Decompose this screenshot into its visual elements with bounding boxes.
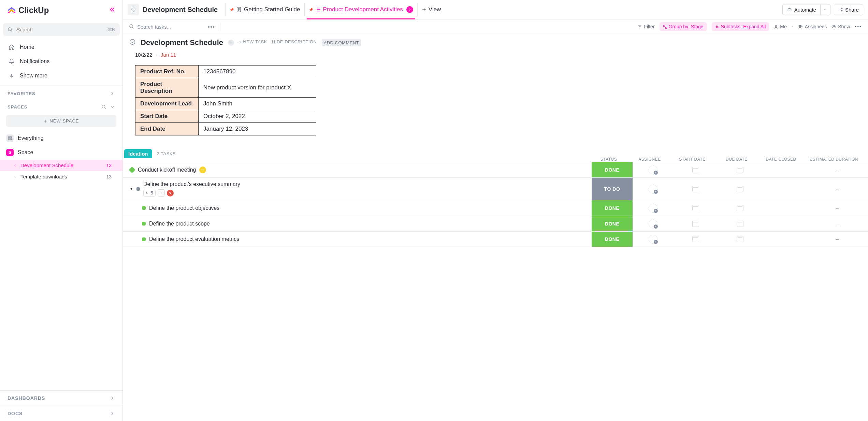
col-due-date[interactable]: DUE DATE bbox=[714, 157, 759, 162]
breadcrumb[interactable]: Development Schedule bbox=[128, 4, 218, 15]
dashboards-section[interactable]: DASHBOARDS bbox=[0, 390, 122, 406]
calendar-icon bbox=[692, 236, 699, 242]
tab-getting-started[interactable]: 📌 Getting Started Guide bbox=[225, 3, 304, 16]
hide-description-button[interactable]: HIDE DESCRIPTION bbox=[272, 39, 317, 46]
task-row[interactable]: Define the product evaluation metrics DO… bbox=[123, 231, 868, 247]
due-date[interactable]: Jan 11 bbox=[161, 52, 176, 58]
new-space-button[interactable]: NEW SPACE bbox=[6, 115, 116, 127]
chevron-right-icon bbox=[110, 411, 115, 416]
start-date-cell[interactable] bbox=[674, 221, 718, 227]
due-date-cell[interactable] bbox=[718, 205, 762, 211]
task-row[interactable]: ▼ Define the product's executive summary… bbox=[123, 177, 868, 200]
due-date-cell[interactable] bbox=[718, 167, 762, 173]
automate-dropdown[interactable] bbox=[820, 4, 830, 15]
me-filter[interactable]: Me bbox=[774, 24, 786, 29]
duration-cell[interactable]: – bbox=[807, 205, 868, 211]
status-square-icon[interactable] bbox=[136, 187, 140, 191]
search-icon[interactable] bbox=[101, 104, 106, 110]
new-task-button[interactable]: + NEW TASK bbox=[239, 39, 267, 46]
duration-cell[interactable]: – bbox=[807, 236, 868, 242]
favorites-section[interactable]: FAVORITES bbox=[0, 86, 122, 100]
svg-rect-2 bbox=[9, 137, 10, 138]
due-date-cell[interactable] bbox=[718, 236, 762, 242]
duration-cell[interactable]: – bbox=[807, 186, 868, 192]
status-square-icon[interactable] bbox=[142, 206, 146, 210]
task-row[interactable]: Conduct kickoff meeting DONE – bbox=[123, 162, 868, 177]
status-square-icon[interactable] bbox=[142, 222, 146, 226]
col-start-date[interactable]: START DATE bbox=[670, 157, 714, 162]
assignee-cell[interactable] bbox=[633, 235, 674, 244]
assignee-cell[interactable] bbox=[633, 204, 674, 213]
collapse-toggle[interactable] bbox=[129, 39, 136, 47]
space-space[interactable]: S Space bbox=[0, 145, 122, 160]
chevron-double-left-icon bbox=[109, 6, 116, 13]
nav-show-more[interactable]: Show more bbox=[0, 69, 122, 83]
chevron-down-icon[interactable] bbox=[110, 104, 115, 110]
more-dots-icon[interactable]: ••• bbox=[855, 24, 862, 29]
status-cell[interactable]: DONE bbox=[592, 232, 633, 247]
assignees-filter[interactable]: Assignees bbox=[798, 24, 827, 29]
docs-section[interactable]: DOCS bbox=[0, 406, 122, 421]
status-cell[interactable]: DONE bbox=[592, 162, 633, 177]
list-development-schedule[interactable]: Development Schedule 13 bbox=[0, 160, 122, 171]
add-comment-button[interactable]: ADD COMMENT bbox=[322, 39, 361, 46]
list-template-downloads[interactable]: Template downloads 13 bbox=[0, 171, 122, 182]
space-avatar: S bbox=[6, 149, 14, 156]
show-button[interactable]: Show bbox=[831, 24, 850, 29]
status-square-icon[interactable] bbox=[129, 166, 135, 173]
priority-normal-icon[interactable] bbox=[199, 166, 206, 173]
status-square-icon[interactable] bbox=[142, 237, 146, 241]
group-by-pill[interactable]: Group by: Stage bbox=[660, 22, 707, 31]
status-cell[interactable]: DONE bbox=[592, 216, 633, 231]
assignee-cell[interactable] bbox=[633, 185, 674, 193]
assignee-cell[interactable] bbox=[633, 165, 674, 174]
sidebar-collapse-button[interactable] bbox=[109, 6, 116, 14]
col-date-closed[interactable]: DATE CLOSED bbox=[759, 157, 803, 162]
list-icon bbox=[128, 4, 139, 15]
col-assignee[interactable]: ASSIGNEE bbox=[629, 157, 670, 162]
search-input[interactable]: ⌘K bbox=[3, 23, 120, 36]
task-search[interactable]: Search tasks... ••• bbox=[129, 23, 633, 31]
space-everything[interactable]: Everything bbox=[0, 131, 122, 145]
doc-title[interactable]: Development Schedule bbox=[141, 38, 223, 47]
start-date-cell[interactable] bbox=[674, 167, 718, 173]
info-icon[interactable]: i bbox=[228, 40, 234, 46]
duration-cell[interactable]: – bbox=[807, 221, 868, 227]
add-view-button[interactable]: View bbox=[417, 3, 445, 16]
arrow-down-icon bbox=[9, 73, 15, 79]
calendar-icon bbox=[737, 236, 743, 242]
start-date-cell[interactable] bbox=[674, 186, 718, 192]
caret-down-icon[interactable]: ▼ bbox=[130, 187, 133, 191]
svg-point-12 bbox=[790, 10, 791, 10]
automate-button[interactable]: Automate bbox=[782, 4, 820, 15]
priority-urgent-icon[interactable] bbox=[167, 190, 174, 197]
task-row[interactable]: Define the product scope DONE – bbox=[123, 216, 868, 231]
more-dots-icon[interactable]: ••• bbox=[208, 24, 215, 30]
svg-point-24 bbox=[834, 26, 835, 27]
share-button[interactable]: Share bbox=[834, 4, 863, 15]
start-date[interactable]: 10/2/22 bbox=[135, 52, 152, 58]
subtask-count-badge[interactable]: 5 bbox=[143, 190, 156, 197]
assignee-cell[interactable] bbox=[633, 219, 674, 228]
start-date-cell[interactable] bbox=[674, 205, 718, 211]
col-status[interactable]: STATUS bbox=[588, 157, 629, 162]
status-cell[interactable]: TO DO bbox=[592, 178, 633, 200]
tab-product-development[interactable]: 📌 Product Development Activities bbox=[304, 3, 417, 16]
status-cell[interactable]: DONE bbox=[592, 200, 633, 216]
calendar-icon bbox=[737, 205, 743, 211]
duration-cell[interactable]: – bbox=[807, 167, 868, 173]
due-date-cell[interactable] bbox=[718, 186, 762, 192]
col-duration[interactable]: ESTIMATED DURATION bbox=[803, 157, 865, 162]
due-date-cell[interactable] bbox=[718, 221, 762, 227]
logo[interactable]: ClickUp bbox=[7, 5, 49, 15]
task-row[interactable]: Define the product objectives DONE – bbox=[123, 200, 868, 216]
chevron-right-circle-icon[interactable] bbox=[406, 6, 413, 13]
subtasks-pill[interactable]: Subtasks: Expand All bbox=[712, 22, 769, 31]
nav-home[interactable]: Home bbox=[0, 40, 122, 54]
start-date-cell[interactable] bbox=[674, 236, 718, 242]
task-title: Define the product scope bbox=[149, 221, 210, 227]
filter-button[interactable]: Filter bbox=[637, 24, 654, 29]
add-subtask-button[interactable]: + bbox=[158, 189, 165, 197]
nav-notifications[interactable]: Notifications bbox=[0, 54, 122, 69]
group-badge[interactable]: Ideation bbox=[124, 149, 152, 158]
